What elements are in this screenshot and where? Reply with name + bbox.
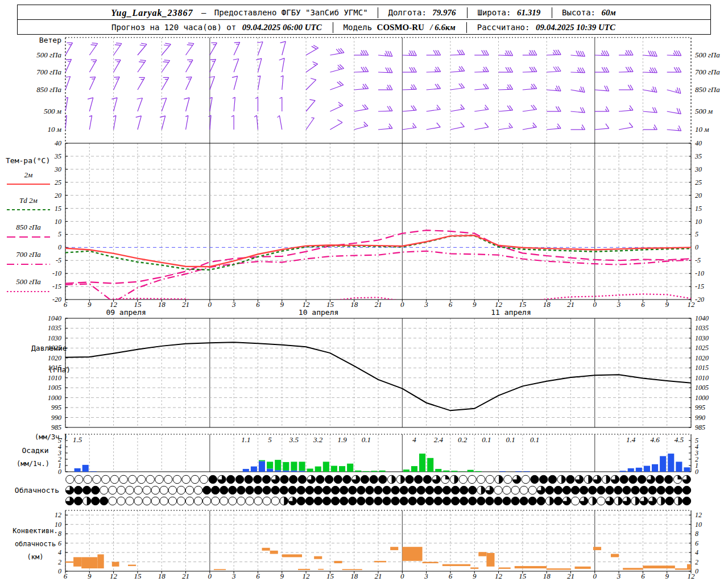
cloud-cover-fill [454, 475, 458, 483]
snow-bar [660, 456, 666, 472]
svg-text:8: 8 [695, 530, 698, 538]
cloud-cover-symbol [614, 486, 622, 494]
svg-text:10 м: 10 м [47, 125, 61, 134]
cloud-cover-fill [635, 497, 639, 505]
convective-cloud-block [318, 569, 324, 570]
cloud-cover-symbol [182, 475, 190, 483]
svg-text:12: 12 [303, 300, 311, 309]
convective-cloud-block [298, 569, 310, 570]
svg-text:6: 6 [695, 539, 698, 547]
svg-text:6: 6 [256, 572, 260, 580]
svg-text:3: 3 [231, 300, 236, 309]
cloud-cover-symbol [366, 497, 374, 505]
cloud-cover-fill [549, 497, 553, 505]
cloud-cover-symbol [92, 486, 100, 494]
rain-bar [427, 458, 433, 472]
svg-text:1005: 1005 [48, 384, 61, 392]
precipitation-bars: 1.51.153.53.21.90.142.40.20.10.10.11.44.… [73, 435, 690, 472]
cloud-cover-symbol [298, 475, 306, 483]
convective-cloud-block [486, 553, 494, 567]
svg-text:18: 18 [350, 572, 358, 580]
cloud-cover-symbol [211, 497, 219, 505]
convective-cloud-block [342, 569, 362, 570]
cloud-cover-symbol [623, 486, 631, 494]
cloud-cover-symbol [227, 475, 235, 483]
svg-text:18: 18 [158, 572, 166, 580]
svg-text:1.1: 1.1 [241, 435, 250, 444]
svg-text:12: 12 [110, 572, 118, 580]
cloud-cover-symbol [229, 486, 237, 494]
svg-text:35: 35 [694, 152, 702, 160]
svg-text:5: 5 [695, 436, 698, 444]
svg-text:15: 15 [55, 205, 61, 213]
svg-text:6: 6 [449, 300, 453, 309]
cloud-cover-symbol [391, 497, 399, 505]
svg-text:1.5: 1.5 [73, 435, 82, 444]
convective-cloud-block [442, 564, 470, 566]
svg-text:15: 15 [519, 572, 527, 580]
meteogram-svg: -20-20-15-15-10-10-5-5005510101515202025… [0, 0, 728, 582]
cloud-cover-symbol [571, 486, 579, 494]
svg-text:4: 4 [58, 548, 61, 556]
svg-text:5: 5 [58, 230, 61, 238]
rain-bar [419, 454, 425, 472]
cloud-cover-symbol [134, 486, 142, 494]
cloud-cover-symbol [528, 486, 536, 494]
svg-text:995: 995 [695, 404, 705, 411]
cloud-cover-symbol [134, 497, 142, 505]
cloud-cover-symbol [155, 475, 163, 483]
cloud-cover-symbol [597, 486, 605, 494]
cloud-cover-symbol [160, 497, 168, 505]
cloud-cover-symbol [168, 497, 176, 505]
cloud-cover-symbol [383, 486, 391, 494]
cloud-cover-symbol [423, 475, 431, 483]
svg-text:1040: 1040 [48, 314, 61, 322]
svg-text:1000: 1000 [48, 394, 61, 402]
cloud-cover-symbol [109, 497, 117, 505]
cloud-cover-symbol [340, 497, 348, 505]
rain-bar [468, 470, 474, 472]
svg-text:2: 2 [695, 558, 698, 566]
cloud-cover-symbol [74, 486, 82, 494]
cloud-cover-symbol [229, 497, 237, 505]
svg-text:985: 985 [51, 423, 61, 431]
svg-text:21: 21 [375, 300, 382, 309]
svg-text:3: 3 [231, 572, 236, 580]
cloud-cover-fill [499, 475, 503, 483]
cloud-cover-fill [392, 475, 396, 483]
cloud-cover-symbol [357, 486, 365, 494]
svg-text:0.1: 0.1 [362, 435, 371, 444]
cloud-cover-symbol [494, 497, 502, 505]
cloud-cover-symbol [545, 486, 553, 494]
svg-text:1035: 1035 [695, 324, 709, 332]
cloud-cover-symbol [629, 475, 637, 483]
cloud-cover-symbol [263, 497, 271, 505]
cloud-cover-symbol [173, 475, 181, 483]
snow-bar [90, 471, 97, 472]
cloud-cover-symbol [520, 486, 528, 494]
svg-text:25: 25 [695, 178, 702, 186]
cloud-cover-fill [593, 497, 597, 505]
convective-cloud-block [611, 554, 619, 558]
svg-text:0: 0 [58, 567, 61, 575]
cloud-cover-symbol [271, 486, 279, 494]
cloud-cover-symbol [246, 497, 254, 505]
cloud-cover-symbol [406, 475, 413, 483]
cloud-cover-symbol [511, 486, 519, 494]
cloud-cover-symbol [349, 486, 357, 494]
svg-text:4: 4 [695, 548, 698, 556]
cloud-cover-symbol [194, 486, 202, 494]
cloud-cover-symbol [540, 475, 548, 483]
snow-bar [515, 471, 522, 472]
svg-text:0: 0 [400, 572, 404, 580]
svg-text:18: 18 [350, 300, 358, 309]
cloud-cover-symbol [343, 475, 351, 483]
svg-text:21: 21 [375, 572, 382, 580]
svg-text:990: 990 [51, 414, 61, 422]
cloud-cover-symbol [92, 497, 100, 505]
cloud-cover-symbol [280, 475, 288, 483]
convective-cloud-block [73, 557, 81, 566]
cloud-cover-symbol [665, 497, 673, 505]
svg-text:1020: 1020 [48, 354, 61, 362]
svg-text:40: 40 [55, 139, 61, 147]
